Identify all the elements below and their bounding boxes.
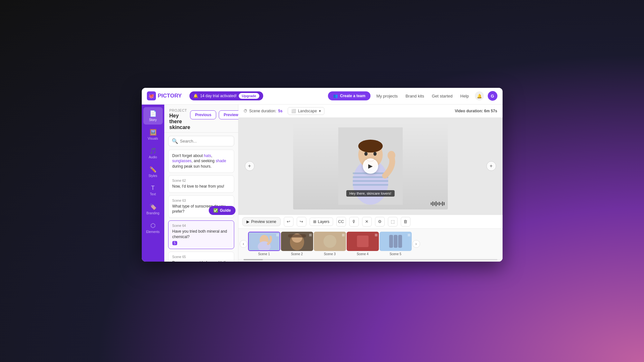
sidebar-item-visuals[interactable]: 🖼️ Visuals	[143, 126, 163, 143]
scene-duration-val: 5s	[278, 109, 283, 113]
avatar[interactable]: G	[488, 91, 497, 101]
svg-rect-23	[389, 235, 393, 248]
captions-button[interactable]: CC	[336, 217, 346, 227]
scene-text-64: Have you tried both mineral and chemical…	[172, 229, 230, 240]
project-header: Project Hey there skincare Previous Prev…	[164, 105, 238, 133]
redo-button[interactable]: ↪	[297, 217, 306, 227]
add-scene-left-button[interactable]: +	[245, 161, 255, 171]
audio-icon: 🎵	[149, 147, 157, 154]
story-icon: 📄	[149, 110, 157, 117]
thumb-label-2: Scene 2	[291, 252, 303, 256]
scene-thumb-1[interactable]: ⊞ Scene 1	[248, 232, 280, 256]
scene-item-64[interactable]: Scene 64 Have you tried both mineral and…	[168, 220, 234, 249]
scene-thumb-4[interactable]: ⊞ Scene 4	[347, 232, 379, 256]
elements-icon: ⬡	[150, 222, 156, 229]
nav-brand-kits[interactable]: Brand kits	[404, 94, 426, 98]
search-box[interactable]: 🔍	[168, 136, 234, 146]
search-input[interactable]	[180, 139, 234, 144]
nav-get-started[interactable]: Get started	[430, 94, 454, 98]
svg-point-10	[388, 151, 395, 160]
search-icon: 🔍	[172, 138, 178, 144]
styles-icon: ✏️	[149, 166, 157, 173]
sidebar-item-branding[interactable]: 🏷️ Branding	[143, 200, 163, 218]
svg-point-9	[373, 152, 377, 156]
svg-rect-24	[394, 235, 398, 248]
svg-point-19	[323, 235, 336, 248]
preview-scene-label: Preview scene	[251, 219, 276, 224]
add-scene-right-button[interactable]: +	[486, 161, 496, 171]
scene-thumb-3[interactable]: ⊞ Scene 3	[314, 232, 346, 256]
trial-icon: 🔔	[193, 94, 198, 98]
top-nav: 🐙 PICTORY 🔔 14 day trial activated! Upgr…	[142, 88, 503, 105]
thumb-image-3: ⊞	[314, 232, 346, 251]
thumb-image-2: ⊞	[281, 232, 313, 251]
svg-rect-21	[357, 236, 369, 247]
scene-thumb-2[interactable]: ⊞ Scene 2	[281, 232, 313, 256]
project-label: Project	[169, 108, 190, 112]
filmstrip-scrollbar-thumb	[244, 259, 263, 260]
caption-text: Hey there, skincare lovers!	[346, 190, 394, 197]
thumb-svg-4	[347, 232, 378, 250]
sidebar-label-elements: Elements	[146, 230, 160, 234]
nav-help[interactable]: Help	[458, 94, 471, 98]
guide-button[interactable]: ✅ Guide	[209, 206, 235, 215]
chevron-down-icon: ▾	[319, 109, 321, 113]
team-icon: 👥	[333, 94, 338, 98]
settings-button[interactable]: ⚙	[375, 217, 385, 227]
scene-item-62[interactable]: Scene 62 Now, I'd love to hear from you!	[168, 175, 234, 193]
play-button[interactable]: ▶	[363, 158, 378, 174]
svg-point-8	[364, 152, 368, 156]
trial-badge: 🔔 14 day trial activated! Upgrade	[189, 91, 263, 100]
thumb-label-1: Scene 1	[258, 252, 270, 256]
upgrade-button[interactable]: Upgrade	[239, 93, 260, 99]
sidebar-item-styles[interactable]: ✏️ Styles	[143, 163, 163, 181]
thumb-image-1: ⊞	[248, 232, 280, 251]
nav-my-projects[interactable]: My projects	[374, 94, 399, 98]
clock-icon: ⏱	[244, 109, 247, 113]
svg-point-7	[358, 140, 383, 153]
scene-text-65: Drop a comment below and let's chat abou…	[172, 260, 230, 262]
sidebar-label-text: Text	[150, 192, 156, 196]
delete-button[interactable]: 🗑	[401, 217, 410, 227]
previous-button[interactable]: Previous	[190, 110, 216, 119]
scene-item-prev[interactable]: Don't forget about hats, sunglasses, and…	[168, 150, 234, 173]
video-duration-label: Video duration:	[455, 109, 483, 113]
thumb-layers-icon-5: ⊞	[408, 233, 410, 237]
scene-item-65[interactable]: Scene 65 Drop a comment below and let's …	[168, 252, 234, 262]
svg-rect-5	[353, 184, 388, 186]
thumb-svg-1	[249, 232, 280, 250]
notifications-icon[interactable]: 🔔	[475, 91, 484, 100]
visuals-icon: 🖼️	[149, 129, 157, 136]
filmstrip-scrollbar[interactable]	[244, 259, 497, 260]
sidebar-label-styles: Styles	[149, 174, 157, 178]
logo[interactable]: 🐙 PICTORY	[147, 91, 182, 100]
video-preview-area: +	[238, 118, 503, 215]
logo-icon: 🐙	[147, 91, 156, 100]
thumb-label-3: Scene 3	[324, 252, 336, 256]
thumb-svg-3	[314, 232, 345, 250]
thumb-label-5: Scene 5	[389, 252, 401, 256]
sidebar-item-story[interactable]: 📄 Story	[143, 107, 163, 125]
project-panel: Project Hey there skincare Previous Prev…	[164, 105, 238, 262]
preview-scene-button[interactable]: ▶ Preview scene	[242, 217, 281, 226]
screenshot-button[interactable]: ⬚	[388, 217, 398, 227]
create-team-button[interactable]: 👥 Create a team	[328, 91, 370, 100]
filmstrip-next-button[interactable]: ›	[412, 240, 420, 248]
voiceover-button[interactable]: 🎙	[349, 217, 359, 227]
more-button[interactable]: ✕	[362, 217, 372, 227]
bottom-toolbar: ▶ Preview scene ↩ ↪ ⊞ Layers CC 🎙 ✕ ⚙ ⬚ …	[238, 215, 503, 228]
create-team-label: Create a team	[340, 94, 365, 98]
sidebar-item-text[interactable]: T Text	[143, 182, 163, 199]
guide-check-icon: ✅	[213, 208, 218, 213]
layers-button[interactable]: ⊞ Layers	[310, 218, 333, 226]
video-panel: ⏱ Scene duration: 5s ⬜ Landscape ▾ Video…	[238, 105, 503, 262]
sidebar-item-audio[interactable]: 🎵 Audio	[143, 144, 163, 162]
video-frame: ▶ Hey there, skincare lovers!	[293, 123, 448, 209]
landscape-selector[interactable]: ⬜ Landscape ▾	[288, 107, 324, 115]
undo-button[interactable]: ↩	[284, 217, 293, 227]
sidebar-item-elements[interactable]: ⬡ Elements	[143, 219, 163, 237]
scene-thumb-5[interactable]: ⊞ Scene 5	[380, 232, 412, 256]
filmstrip-prev-button[interactable]: ‹	[240, 240, 247, 248]
filmstrip: ‹ ⊞ Scene 1	[238, 228, 503, 259]
scene-text-prev: Don't forget about hats, sunglasses, and…	[172, 153, 230, 169]
